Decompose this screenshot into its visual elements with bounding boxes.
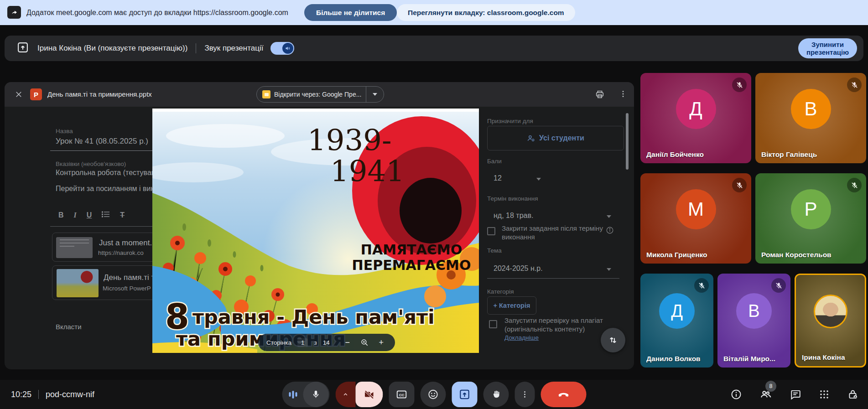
close-icon bbox=[15, 90, 23, 100]
present-button[interactable] bbox=[452, 382, 477, 407]
avatar-initial: В bbox=[748, 301, 759, 321]
file-attachment-card: День памя.ті та Microsoft PowerP bbox=[52, 265, 166, 300]
plagiarism-line1: Запустити перевірку на плагіат bbox=[504, 316, 603, 324]
avatar: Д bbox=[659, 293, 695, 329]
reactions-button[interactable] bbox=[420, 382, 446, 407]
meeting-info: 10:25 pod-ccmw-nif bbox=[11, 380, 94, 409]
print-icon bbox=[595, 89, 605, 101]
underline-icon: U bbox=[87, 211, 92, 219]
open-with-dropdown: Відкрити через: Google Пре... bbox=[256, 86, 384, 103]
assign-to-label: Призначити для bbox=[487, 118, 533, 124]
list-icon bbox=[102, 211, 110, 219]
participant-tile-self[interactable]: Ірина Кокіна bbox=[795, 274, 866, 368]
scroll-fab[interactable] bbox=[601, 328, 625, 352]
participant-name: Даніїл Бойченко bbox=[646, 150, 704, 159]
chevron-up-icon bbox=[335, 382, 355, 407]
stop-sharing-button[interactable]: Більше не ділитися bbox=[304, 4, 397, 21]
share-banner-message: Додаток meet.google.com має доступ до вк… bbox=[26, 0, 288, 25]
classroom-name-value: Урок № 41 (08.05.2025 р.) bbox=[56, 137, 148, 146]
plagiarism-line2: (оригінальність контенту) bbox=[504, 325, 585, 333]
presentation-bar: Ірина Кокіна (Ви (показуєте презентацію)… bbox=[5, 36, 863, 61]
presentation-audio-toggle[interactable] bbox=[270, 42, 294, 55]
add-category-label: + Категорія bbox=[494, 302, 530, 309]
participant-name: Роман Коростельов bbox=[761, 251, 832, 259]
close-after-due-checkbox bbox=[487, 227, 495, 235]
participant-tile[interactable]: В Віктор Галівець bbox=[755, 73, 866, 163]
camera-button[interactable] bbox=[335, 382, 383, 407]
view-shared-tab-button[interactable]: Переглянути вкладку: classroom.google.co… bbox=[397, 4, 575, 21]
powerpoint-file-icon: P bbox=[30, 88, 42, 100]
due-label: Термін виконання bbox=[487, 195, 538, 202]
close-after-line1: Закрити завдання після терміну bbox=[502, 224, 603, 232]
participant-name: Віталій Миро... bbox=[723, 355, 775, 363]
people-button[interactable]: 8 bbox=[759, 388, 772, 401]
mic-button[interactable] bbox=[282, 382, 329, 407]
call-controls: CC bbox=[282, 382, 586, 407]
page-total: 14 bbox=[323, 339, 330, 346]
info-button[interactable] bbox=[730, 388, 742, 400]
participant-tile[interactable]: Д Даніїл Бойченко bbox=[640, 73, 751, 163]
up-down-arrows-icon bbox=[608, 335, 619, 346]
slide-title-line1: травня - День пам'яті bbox=[192, 305, 435, 328]
avatar-initial: Р bbox=[804, 198, 817, 220]
more-options-button[interactable] bbox=[515, 382, 535, 407]
page-of-word: з bbox=[314, 339, 317, 346]
end-call-button[interactable] bbox=[541, 382, 586, 407]
camera-off-icon bbox=[355, 382, 383, 407]
present-icon bbox=[16, 41, 29, 56]
points-label: Бали bbox=[487, 158, 502, 165]
divider bbox=[196, 43, 196, 53]
due-value: нд, 18 трав. bbox=[494, 212, 533, 220]
chevron-down-icon bbox=[607, 215, 611, 218]
page-zoom-controls: Сторінка 1 з 14 − + bbox=[258, 334, 395, 351]
page-word: Сторінка bbox=[266, 339, 291, 346]
text-format-toolbar: B I U T bbox=[58, 211, 125, 219]
activities-button[interactable] bbox=[819, 389, 830, 400]
meeting-panels: 8 bbox=[730, 382, 859, 407]
classroom-name-label: Назва bbox=[56, 128, 73, 135]
captions-icon: CC bbox=[399, 393, 404, 397]
avatar: Д bbox=[676, 89, 716, 129]
shared-tab-preview: P День памя.ті та примирення.pptx Відкри… bbox=[5, 82, 634, 369]
zoom-in-icon: + bbox=[376, 337, 387, 348]
mic-off-icon bbox=[732, 178, 747, 192]
avatar-photo bbox=[814, 295, 847, 328]
learn-more-link: Докладніше bbox=[504, 334, 539, 341]
speaker-icon bbox=[282, 43, 293, 54]
participant-tile[interactable]: Д Данило Волков bbox=[640, 274, 713, 368]
assign-to-value: Усі студенти bbox=[539, 134, 584, 142]
tab-sharing-banner: Додаток meet.google.com має доступ до вк… bbox=[0, 0, 868, 25]
avatar: В bbox=[736, 293, 772, 329]
topic-value: 2024-2025 н.р. bbox=[494, 264, 543, 273]
add-category-button: + Категорія bbox=[487, 296, 536, 315]
participant-tile[interactable]: Р Роман Коростельов bbox=[755, 173, 866, 264]
more-vert-icon bbox=[520, 390, 529, 399]
host-controls-button[interactable] bbox=[847, 388, 859, 400]
page-current: 1 bbox=[297, 338, 308, 347]
link-card-title: Just a moment... bbox=[99, 238, 156, 248]
raise-hand-button[interactable] bbox=[483, 382, 509, 407]
file-preview-header: P День памя.ті та примирення.pptx Відкри… bbox=[5, 82, 634, 107]
slide-years-line2: 1941 bbox=[330, 155, 405, 188]
present-icon bbox=[458, 388, 470, 400]
clear-format-icon: T bbox=[120, 211, 125, 219]
captions-button[interactable]: CC bbox=[389, 382, 414, 407]
meeting-code: pod-ccmw-nif bbox=[46, 390, 94, 399]
classroom-instructions-text2: Перейти за посиланням і вико bbox=[56, 185, 158, 193]
mic-off-icon bbox=[847, 78, 862, 92]
stop-presenting-button[interactable]: Зупинити презентацію bbox=[798, 38, 857, 58]
divider bbox=[38, 390, 39, 399]
hand-icon bbox=[490, 389, 501, 400]
avatar: М bbox=[676, 189, 716, 229]
tab-share-icon bbox=[7, 6, 21, 19]
google-slides-icon bbox=[262, 90, 270, 98]
scrollbar-thumb bbox=[626, 113, 629, 170]
chat-button[interactable] bbox=[790, 388, 801, 400]
chevron-down-icon bbox=[536, 178, 541, 181]
chevron-down-icon bbox=[607, 268, 611, 271]
points-value: 12 bbox=[494, 174, 502, 182]
participant-tile[interactable]: В Віталій Миро... bbox=[717, 274, 790, 368]
assign-to-selector: Усі студенти bbox=[487, 126, 624, 150]
mic-off-icon bbox=[694, 278, 709, 293]
participant-tile[interactable]: М Микола Гриценко bbox=[640, 173, 751, 264]
